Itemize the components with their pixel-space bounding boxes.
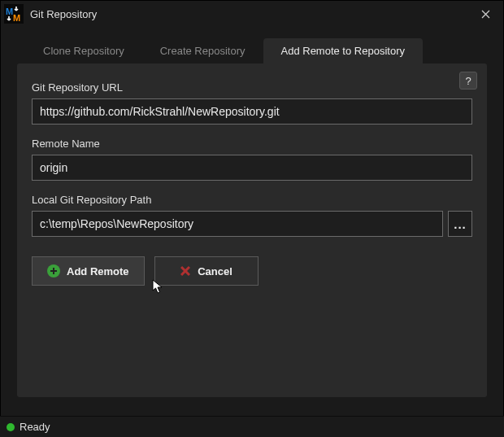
help-icon: ? <box>465 75 471 87</box>
field-local-path: Local Git Repository Path ... <box>32 194 472 237</box>
ellipsis-icon: ... <box>454 217 467 231</box>
add-remote-button-label: Add Remote <box>67 265 129 277</box>
tab-add-remote[interactable]: Add Remote to Repository <box>263 38 423 63</box>
field-git-url: Git Repository URL <box>32 81 472 125</box>
close-button[interactable] <box>474 2 497 25</box>
field-remote-name: Remote Name <box>32 138 472 181</box>
status-text: Ready <box>20 421 50 433</box>
status-indicator-icon <box>7 423 15 431</box>
app-icon: M M <box>4 4 24 24</box>
button-row: Add Remote Cancel <box>32 256 472 286</box>
svg-text:M: M <box>6 7 13 16</box>
git-url-input[interactable] <box>32 98 472 125</box>
close-icon <box>481 10 490 19</box>
cancel-button-label: Cancel <box>198 265 232 277</box>
cancel-icon <box>180 265 191 277</box>
window-title: Git Repository <box>30 8 474 20</box>
remote-name-input[interactable] <box>32 155 472 181</box>
titlebar: M M Git Repository <box>1 1 503 27</box>
local-path-input[interactable] <box>32 211 443 237</box>
git-url-label: Git Repository URL <box>32 81 472 94</box>
svg-text:M: M <box>13 13 20 23</box>
plus-circle-icon <box>47 264 60 277</box>
content-panel: ? Git Repository URL Remote Name Local G… <box>17 63 487 397</box>
cancel-button[interactable]: Cancel <box>154 256 259 286</box>
help-button[interactable]: ? <box>459 72 477 90</box>
add-remote-button[interactable]: Add Remote <box>32 256 145 286</box>
tab-bar: Clone Repository Create Repository Add R… <box>1 27 503 63</box>
browse-button[interactable]: ... <box>448 211 472 237</box>
remote-name-label: Remote Name <box>32 138 472 150</box>
local-path-label: Local Git Repository Path <box>32 194 472 206</box>
tab-clone-repository[interactable]: Clone Repository <box>25 38 142 63</box>
tab-create-repository[interactable]: Create Repository <box>142 38 263 63</box>
status-bar: Ready <box>0 416 504 437</box>
